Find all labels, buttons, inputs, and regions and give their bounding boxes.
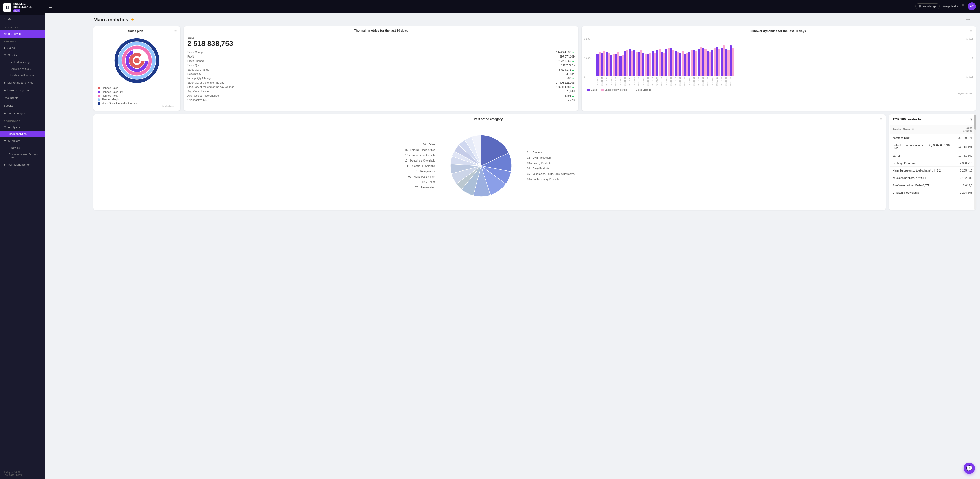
x-label: 2022-01-27: [615, 77, 619, 87]
sidebar-item-analytics-sub[interactable]: Analytics: [0, 144, 45, 151]
top100-card: TOP 100 products ▾ Product Name ⇅ Sales …: [889, 114, 976, 210]
legend-label-planned-sales: Planned Sales: [102, 87, 118, 89]
bar-sales: [601, 53, 603, 76]
sidebar-group-marketing[interactable]: ▶ Marketing and Price: [0, 79, 45, 86]
favorite-star-icon[interactable]: ★: [130, 18, 134, 22]
legend-item-sales-change: Sales Change: [630, 88, 651, 91]
chevron-down-icon-2: ▼: [3, 126, 6, 129]
sales-plan-menu-button[interactable]: ≡: [174, 29, 177, 34]
x-label: 2022-01-26: [610, 77, 615, 87]
sidebar-stocks-label: Stocks: [8, 54, 17, 57]
x-label: 2022-02-01: [638, 77, 642, 87]
bar-prev-period: [608, 53, 610, 76]
bar-prev-period: [626, 50, 628, 76]
bar-prev-period: [663, 53, 665, 76]
sidebar-item-main-analytics-dash[interactable]: Main analytics: [0, 131, 45, 137]
turnover-menu-button[interactable]: ≡: [970, 29, 972, 34]
bar-prev-period: [695, 51, 697, 76]
bar-prev-period: [686, 53, 688, 76]
metrics-row-label: Avg Receipt Price Change: [188, 93, 465, 97]
sidebar-group-top-management[interactable]: ▶ TOP Management: [0, 161, 45, 168]
pie-chart-menu-button[interactable]: ≡: [880, 117, 882, 121]
sidebar-section-favorites: FAVORITES: [0, 24, 45, 30]
bar-prev-period: [668, 48, 670, 76]
up-arrow-icon: ▲: [571, 51, 574, 54]
sidebar-group-sale-changes[interactable]: ▶ Sale changes: [0, 109, 45, 117]
sidebar-loyalty-label: Loyalty Program: [7, 89, 29, 92]
top100-row[interactable]: Ham European 1c (cellophane) / in 1.25 2…: [889, 167, 975, 174]
y-right-1600k: 1 600k: [959, 38, 974, 40]
bar-group: [711, 48, 716, 76]
bar-sales: [702, 48, 704, 76]
sidebar-group-sales[interactable]: ▶ Sales: [0, 44, 45, 52]
metrics-row: Profit Change34 341,065 ▲: [188, 59, 574, 63]
logo-box: BI: [3, 3, 11, 11]
bar-prev-period: [681, 51, 684, 76]
hamburger-icon[interactable]: ☰: [49, 4, 52, 9]
top100-row[interactable]: chickens br fillets, n / f OHL6 132,683: [889, 174, 975, 182]
up-arrow-icon: ▲: [571, 85, 574, 88]
metrics-row: Qty of active SKU7 278: [188, 97, 574, 102]
sidebar-item-main-analytics[interactable]: Main analytics: [0, 30, 45, 38]
chevron-right-icon-3: ▶: [3, 88, 6, 92]
more-button[interactable]: ⋮: [972, 18, 976, 22]
sidebar-group-loyalty[interactable]: ▶ Loyalty Program: [0, 86, 45, 94]
edit-button[interactable]: ✏: [966, 18, 970, 22]
top100-row[interactable]: potatoes pink30 430,671: [889, 134, 975, 141]
sidebar-supplier-report-label: Постачальник. Звіт по това...: [9, 153, 38, 159]
logo-beta: BETA: [13, 10, 21, 12]
metrics-title: The main metrics for the last 30 days: [188, 29, 574, 32]
legend-item-stock-qty: Stock Qty at the end of the day: [97, 102, 137, 105]
pie-label-06: 06 – Confectionery Products: [527, 178, 574, 181]
y-label-1600k: 1 600k: [584, 57, 596, 59]
sidebar-item-documents[interactable]: Documents: [0, 94, 45, 102]
sidebar-group-analytics[interactable]: ▼ Analytics: [0, 123, 45, 131]
top100-expand-button[interactable]: ▾: [970, 117, 972, 122]
sidebar-item-unsaleable[interactable]: Unsaleable Products: [0, 72, 45, 79]
avatar[interactable]: AC: [968, 2, 976, 11]
bar-group: [652, 51, 656, 76]
top100-row[interactable]: Pollock communication / m b / g 300-500 …: [889, 142, 975, 152]
x-label: 2022-01-30: [628, 77, 633, 87]
sidebar-sale-changes-label: Sale changes: [7, 112, 25, 115]
top100-row[interactable]: carrot10 751,662: [889, 152, 975, 159]
sales-plan-title: Sales plan: [97, 29, 174, 33]
sidebar-item-main[interactable]: ⌂ Main: [0, 15, 45, 24]
sidebar-item-special[interactable]: Special: [0, 102, 45, 109]
bar-group: [628, 49, 633, 76]
sidebar-group-suppliers[interactable]: ▼ Suppliers: [0, 137, 45, 144]
donut-chart: [114, 38, 160, 84]
bar-sales: [615, 54, 617, 76]
metrics-row-value: 34 341,065 ▲: [465, 59, 574, 63]
sidebar-group-stocks[interactable]: ▼ Stocks: [0, 52, 45, 59]
x-label: 2022-02-06: [661, 77, 665, 87]
metrics-row-label: Qty of active SKU: [188, 97, 465, 102]
bar-sales: [698, 49, 700, 76]
sidebar-item-stock-monitoring[interactable]: Stock Monitoring: [0, 59, 45, 65]
bar-prev-period: [659, 49, 660, 76]
avatar-letters: AC: [970, 5, 974, 8]
top100-row-name: Ham European 1c (cellophane) / in 1.2: [889, 167, 953, 174]
x-label: 2022-01-31: [633, 77, 638, 87]
bar-sales: [725, 49, 727, 76]
chat-bubble[interactable]: 💬: [964, 463, 975, 474]
up-arrow-icon: ▲: [571, 68, 574, 71]
scrollbar-thumb[interactable]: [974, 114, 976, 129]
grid-icon[interactable]: ⠿: [962, 4, 965, 9]
top100-row[interactable]: Sunflower refined Belle 0,87117 644,6: [889, 182, 975, 189]
top100-row[interactable]: cabbage Pekinska12 338,716: [889, 160, 975, 167]
chat-icon: 💬: [966, 465, 973, 471]
sidebar-item-prediction-oos[interactable]: Prediction of OoS: [0, 65, 45, 72]
bar-prev-period: [672, 50, 675, 76]
top100-row-change: 7 224,608: [953, 189, 975, 196]
page-title: Main analytics: [94, 17, 129, 23]
sidebar-item-supplier-report[interactable]: Постачальник. Звіт по това...: [0, 151, 45, 161]
metrics-header: The main metrics for the last 30 days: [184, 26, 578, 34]
up-arrow-icon: ▲: [571, 94, 574, 97]
top100-row[interactable]: Chicken fillet weights.7 224,608: [889, 189, 975, 196]
workspace-selector[interactable]: MegaTest ▾: [943, 5, 959, 8]
top100-row-name: Sunflower refined Belle 0,871: [889, 182, 953, 189]
sort-icon[interactable]: ⇅: [912, 128, 914, 131]
knowledge-button[interactable]: ◎ Knowledge: [915, 3, 940, 9]
metrics-row-value: 70,848: [465, 89, 574, 93]
